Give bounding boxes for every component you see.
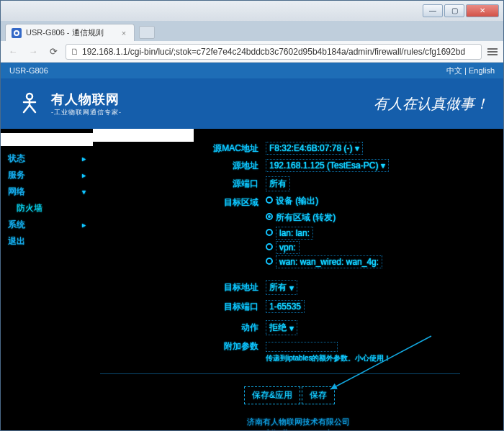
field-label: 附加参数 [201, 340, 258, 353]
field-label: 目标端口 [201, 301, 258, 313]
brand-banner: 有人物联网 -工业物联网通信专家- 有人在认真做事！ [1, 78, 503, 129]
chevron-down-icon: ▾ [289, 323, 294, 333]
form-divider [100, 373, 460, 374]
nav-forward-button[interactable]: → [25, 44, 41, 60]
sidebar-item-network[interactable]: 网络▾ [1, 183, 93, 200]
row-dst-port: 目标端口 1-65535 [201, 300, 305, 313]
chevron-right-icon: ▸ [82, 155, 86, 163]
brand-name: 有人物联网 [51, 91, 122, 108]
window-minimize-button[interactable]: — [423, 4, 443, 17]
sidebar-item-system[interactable]: 系统▸ [1, 217, 93, 233]
dst-port-input[interactable]: 1-65535 [266, 300, 305, 313]
row-src-port: 源端口 所有 [201, 176, 290, 191]
window-close-button[interactable]: ✕ [466, 4, 499, 17]
zone-option-device[interactable]: 设备 (输出) [266, 195, 382, 207]
sidebar-item-logout[interactable]: 退出 [1, 233, 93, 250]
target-zone-options: 设备 (输出) 所有区域 (转发) lan: lan: vpn: wan: wa… [266, 195, 382, 267]
field-label: 目标地址 [201, 281, 258, 294]
chevron-down-icon: ▾ [289, 283, 294, 293]
extra-args-input[interactable] [266, 342, 338, 352]
tab-title: USR-G806 - 通信规则 [26, 27, 104, 38]
main-pane: 源MAC地址 F8:32:E4:6B:07:78 (-)▾ 源地址 192.16… [93, 129, 503, 430]
browser-tab-strip: USR-G806 - 通信规则 × [1, 21, 503, 41]
nav-reload-button[interactable]: ⟳ [45, 44, 61, 60]
field-label: 源MAC地址 [201, 142, 258, 155]
annotation-arrow-icon [323, 333, 438, 398]
field-label: 动作 [201, 322, 258, 334]
chevron-down-icon: ▾ [355, 143, 359, 153]
tab-favicon-icon [12, 28, 22, 38]
device-model: USR-G806 [9, 66, 48, 75]
lang-en-link[interactable]: English [469, 66, 495, 75]
sidebar-item-service[interactable]: 服务▸ [1, 167, 93, 183]
tab-close-button[interactable]: × [120, 29, 128, 37]
zone-option-lan[interactable]: lan: lan: [266, 228, 382, 238]
sidebar-item-label: 服务 [8, 169, 25, 181]
chevron-right-icon: ▸ [82, 171, 86, 179]
extra-hint: 传递到iptables的额外参数。小心使用！ [266, 353, 391, 363]
window-titlebar: — ▢ ✕ [1, 1, 503, 21]
action-select[interactable]: 拒绝▾ [266, 320, 297, 335]
chevron-down-icon: ▾ [381, 160, 385, 171]
sidebar-item-label: 状态 [8, 153, 25, 165]
browser-toolbar: ← → ⟳ 🗋 192.168.1.1/cgi-bin/luci/;stok=c… [1, 41, 503, 63]
src-mac-select[interactable]: F8:32:E4:6B:07:78 (-)▾ [266, 142, 363, 155]
page: USR-G806 中文 | English 有人物联网 -工业物联网通信专家- … [1, 63, 503, 430]
row-action: 动作 拒绝▾ [201, 320, 297, 335]
footer-link: http://www.usr.cn/ [93, 428, 503, 430]
lang-switch: 中文 | English [446, 65, 495, 76]
window-maximize-button[interactable]: ▢ [444, 4, 464, 17]
main-white-strip [93, 129, 194, 142]
lang-cn-link[interactable]: 中文 [446, 66, 462, 75]
sidebar-white-strip [1, 133, 93, 146]
field-label: 目标区域 [201, 195, 258, 209]
row-src-ip: 源地址 192.168.1.125 (TestEsa-PC)▾ [201, 159, 389, 172]
brand-slogan: 有人在认真做事！ [374, 94, 489, 114]
sidebar-item-label: 退出 [8, 235, 25, 248]
field-label: 源端口 [201, 178, 258, 190]
chevron-right-icon: ▸ [82, 221, 86, 229]
row-target-zone: 目标区域 设备 (输出) 所有区域 (转发) lan: lan: vpn: wa… [201, 195, 382, 267]
sidebar-item-label: 网络 [8, 186, 25, 198]
sidebar-item-status[interactable]: 状态▸ [1, 150, 93, 167]
src-port-input[interactable]: 所有 [266, 176, 290, 191]
footer-url-link[interactable]: http://www.usr.cn/ [267, 428, 329, 430]
brand-logo-icon [15, 89, 44, 118]
footer-company: 济南有人物联网技术有限公司 [93, 417, 503, 427]
nav-back-button[interactable]: ← [5, 44, 21, 60]
dst-ip-select[interactable]: 所有▾ [266, 280, 297, 295]
src-ip-select[interactable]: 192.168.1.125 (TestEsa-PC)▾ [266, 159, 389, 172]
zone-option-allfwd[interactable]: 所有区域 (转发) [266, 212, 382, 224]
page-top-bar: USR-G806 中文 | English [1, 63, 503, 78]
address-bar[interactable]: 🗋 192.168.1.1/cgi-bin/luci/;stok=c72fe7e… [66, 44, 482, 60]
address-text: 192.168.1.1/cgi-bin/luci/;stok=c72fe7e4c… [82, 47, 465, 57]
browser-menu-button[interactable] [486, 45, 499, 58]
new-tab-button[interactable] [139, 26, 155, 39]
zone-option-wan[interactable]: wan: wan_wired: wan_4g: [266, 257, 382, 267]
form-buttons: 保存&应用 保存 [244, 386, 335, 404]
browser-tab[interactable]: USR-G806 - 通信规则 × [5, 24, 135, 41]
save-button[interactable]: 保存 [302, 386, 335, 404]
sidebar: 状态▸ 服务▸ 网络▾ 防火墙 系统▸ 退出 [1, 129, 93, 430]
page-icon: 🗋 [71, 47, 79, 57]
row-extra: 附加参数 [201, 340, 338, 353]
field-label: 源地址 [201, 160, 258, 172]
zone-option-vpn[interactable]: vpn: [266, 242, 382, 253]
row-dst-ip: 目标地址 所有▾ [201, 280, 297, 295]
row-src-mac: 源MAC地址 F8:32:E4:6B:07:78 (-)▾ [201, 142, 363, 155]
save-apply-button[interactable]: 保存&应用 [244, 386, 300, 404]
brand-subtitle: -工业物联网通信专家- [51, 108, 122, 117]
chevron-down-icon: ▾ [82, 188, 86, 196]
sidebar-item-firewall[interactable]: 防火墙 [1, 200, 93, 217]
sidebar-item-label: 系统 [8, 219, 25, 231]
